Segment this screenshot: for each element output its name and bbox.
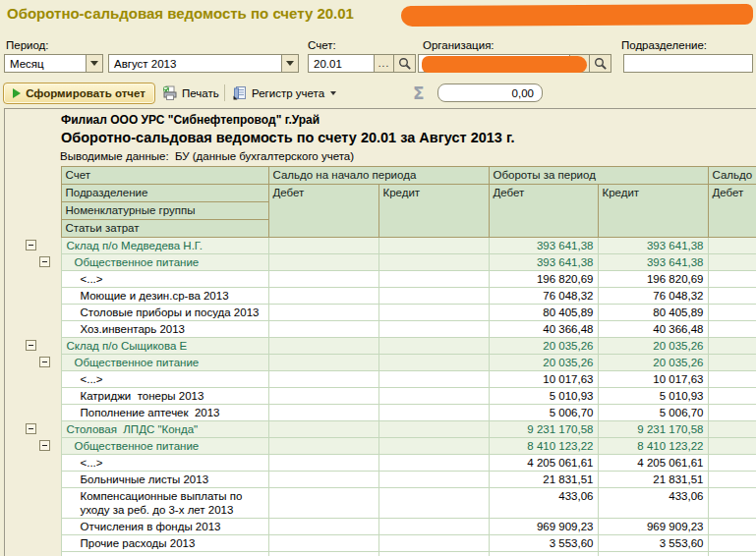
tree-margin-cell[interactable]	[5, 421, 61, 438]
opening-credit-cell[interactable]	[378, 519, 489, 535]
collapse-minus-icon[interactable]	[26, 240, 36, 250]
header-account[interactable]: Счет	[61, 167, 268, 185]
opening-credit-cell[interactable]	[378, 552, 489, 556]
header-nomenclature-groups[interactable]: Номенклатурные группы	[61, 202, 268, 220]
closing-debit-cell[interactable]	[708, 371, 756, 388]
closing-debit-cell[interactable]	[708, 455, 756, 472]
closing-debit-cell[interactable]	[708, 519, 756, 535]
turnover-debit-cell[interactable]: 20 035,26	[489, 338, 598, 355]
opening-debit-cell[interactable]	[268, 338, 378, 355]
opening-debit-cell[interactable]	[268, 355, 378, 371]
turnover-debit-cell[interactable]: 80 405,89	[489, 305, 598, 321]
closing-debit-cell[interactable]	[708, 438, 756, 455]
tree-margin-cell[interactable]	[5, 338, 61, 355]
turnover-debit-cell[interactable]: 21 831,51	[489, 472, 598, 488]
header-opening-credit[interactable]: Кредит	[378, 185, 489, 238]
closing-debit-cell[interactable]	[708, 271, 756, 288]
turnover-credit-cell[interactable]: 8 410 123,22	[598, 438, 708, 455]
collapse-minus-icon[interactable]	[39, 440, 50, 451]
row-name-cell[interactable]: Прочие расходы 2013	[61, 535, 268, 552]
turnover-debit-cell[interactable]: 76 048,32	[489, 288, 598, 305]
closing-debit-cell[interactable]	[708, 472, 756, 488]
table-row[interactable]: <...>4 205 061,614 205 061,61	[5, 455, 756, 472]
row-name-cell[interactable]: Столовая ЛПДС "Конда"	[61, 421, 268, 438]
turnover-credit-cell[interactable]: 9 231 170,58	[598, 421, 708, 438]
row-name-cell[interactable]: Склад п/о Медведева Н.Г.	[61, 238, 268, 254]
turnover-credit-cell[interactable]: 196 820,69	[598, 271, 708, 288]
row-name-cell[interactable]: Общественное питание	[61, 355, 268, 371]
header-turnover-credit[interactable]: Кредит	[598, 185, 708, 238]
tree-margin-cell[interactable]	[5, 254, 61, 271]
opening-debit-cell[interactable]	[268, 535, 378, 552]
account-search-button[interactable]	[393, 55, 415, 72]
turnover-debit-cell[interactable]: 5 010,93	[489, 388, 598, 405]
table-row[interactable]: Пополнение аптечек 20135 006,705 006,70	[5, 405, 756, 421]
opening-credit-cell[interactable]	[378, 535, 489, 552]
opening-credit-cell[interactable]	[378, 305, 489, 321]
closing-debit-cell[interactable]	[708, 421, 756, 438]
table-row[interactable]: Общественное питание8 410 123,228 410 12…	[5, 438, 756, 455]
row-name-cell[interactable]: Катриджи тонеры 2013	[61, 388, 268, 405]
opening-credit-cell[interactable]	[378, 238, 489, 254]
closing-debit-cell[interactable]	[708, 321, 756, 338]
turnover-debit-cell[interactable]: 3 209 334,21	[489, 552, 598, 556]
turnover-credit-cell[interactable]: 5 006,70	[598, 405, 708, 421]
closing-debit-cell[interactable]	[708, 254, 756, 271]
turnover-credit-cell[interactable]: 969 909,23	[598, 519, 708, 535]
opening-debit-cell[interactable]	[268, 421, 378, 438]
opening-debit-cell[interactable]	[268, 321, 378, 338]
turnover-debit-cell[interactable]: 40 366,48	[489, 321, 598, 338]
turnover-credit-cell[interactable]: 20 035,26	[598, 338, 708, 355]
opening-credit-cell[interactable]	[378, 438, 489, 455]
row-name-cell[interactable]: Компенсационные выплаты по уходу за реб.…	[61, 488, 268, 519]
turnover-credit-cell[interactable]: 3 553,60	[598, 535, 708, 552]
row-name-cell[interactable]: Пополнение аптечек 2013	[61, 405, 268, 421]
row-name-cell[interactable]: Общественное питание	[61, 438, 268, 455]
sum-field[interactable]: 0,00	[437, 83, 543, 102]
table-row[interactable]: Общественное питание20 035,2620 035,26	[5, 355, 756, 371]
row-name-cell[interactable]: ФОТ 2013	[61, 552, 268, 556]
turnover-debit-cell[interactable]: 393 641,38	[489, 238, 598, 254]
period-value-combobox[interactable]: Август 2013	[108, 54, 299, 73]
opening-debit-cell[interactable]	[268, 488, 378, 519]
opening-credit-cell[interactable]	[378, 405, 489, 421]
tree-margin-cell[interactable]	[5, 438, 61, 455]
turnover-debit-cell[interactable]: 8 410 123,22	[489, 438, 598, 455]
collapse-minus-icon[interactable]	[26, 423, 36, 434]
collapse-minus-icon[interactable]	[26, 340, 36, 351]
opening-credit-cell[interactable]	[378, 338, 489, 355]
opening-debit-cell[interactable]	[268, 371, 378, 388]
table-row[interactable]: <...>196 820,69196 820,69	[5, 271, 756, 288]
header-cost-items[interactable]: Статьи затрат	[61, 220, 268, 238]
row-name-cell[interactable]: Столовые приборы и посуда 2013	[61, 305, 268, 321]
row-name-cell[interactable]: <...>	[61, 371, 268, 388]
row-name-cell[interactable]: Общественное питание	[61, 254, 268, 271]
turnover-credit-cell[interactable]: 393 641,38	[598, 254, 708, 271]
account-field[interactable]: 20.01 ...	[308, 54, 416, 73]
organization-search-button[interactable]	[589, 55, 611, 72]
generate-report-button[interactable]: Сформировать отчет	[3, 83, 155, 104]
table-row[interactable]: Моющие и дезин.ср-ва 201376 048,3276 048…	[5, 288, 756, 305]
row-name-cell[interactable]: <...>	[61, 271, 268, 288]
closing-debit-cell[interactable]	[708, 305, 756, 321]
opening-debit-cell[interactable]	[268, 271, 378, 288]
opening-debit-cell[interactable]	[268, 254, 378, 271]
turnover-credit-cell[interactable]: 5 010,93	[598, 388, 708, 405]
header-division[interactable]: Подразделение	[61, 185, 268, 202]
opening-debit-cell[interactable]	[268, 519, 378, 535]
row-name-cell[interactable]: Отчисления в фонды 2013	[61, 519, 268, 535]
header-turnover[interactable]: Обороты за период	[489, 167, 708, 185]
collapse-minus-icon[interactable]	[39, 357, 50, 367]
header-opening-debit[interactable]: Дебет	[268, 185, 378, 238]
opening-debit-cell[interactable]	[268, 552, 378, 556]
table-row[interactable]: Прочие расходы 20133 553,603 553,60	[5, 535, 756, 552]
turnover-credit-cell[interactable]: 80 405,89	[598, 305, 708, 321]
turnover-debit-cell[interactable]: 9 231 170,58	[489, 421, 598, 438]
turnover-credit-cell[interactable]: 3 209 334,21	[598, 552, 708, 556]
turnover-credit-cell[interactable]: 10 017,63	[598, 371, 708, 388]
closing-debit-cell[interactable]	[708, 288, 756, 305]
table-row[interactable]: Склад п/о Медведева Н.Г.393 641,38393 64…	[5, 238, 756, 254]
turnover-debit-cell[interactable]: 969 909,23	[489, 519, 598, 535]
closing-debit-cell[interactable]	[708, 405, 756, 421]
period-type-dropdown-button[interactable]	[86, 55, 102, 72]
